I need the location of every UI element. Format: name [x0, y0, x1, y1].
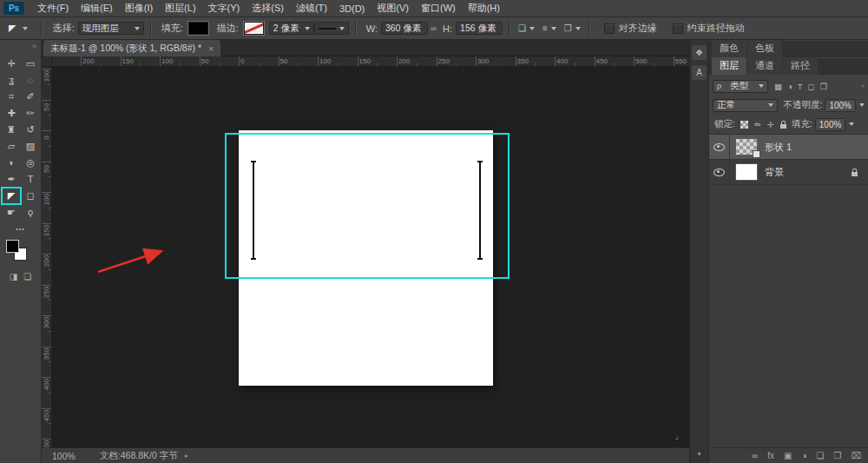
tool-preset-button[interactable]: ◤ [0, 23, 35, 34]
opacity-value[interactable]: 100% [825, 99, 856, 112]
stroke-color-swatch[interactable] [244, 22, 264, 35]
scroll-grip-icon[interactable]: ⌟ [674, 431, 679, 440]
more-tools-icon[interactable]: ••• [0, 226, 41, 232]
lock-pixels-icon[interactable]: ✏ [754, 120, 761, 129]
shape-selection-bounds[interactable] [225, 133, 510, 279]
menu-item[interactable]: 滤镜(T) [290, 0, 333, 17]
align-edges-checkbox[interactable]: 对齐边缘 [604, 22, 657, 35]
layer-thumbnail[interactable] [735, 138, 758, 155]
layer-name[interactable]: 背景 [765, 166, 784, 179]
shape-line-left[interactable] [253, 162, 254, 259]
filter-adjustment-layers-icon[interactable]: ◑ [787, 82, 792, 91]
healing-brush-tool[interactable]: ✚ [3, 106, 20, 121]
filter-type-dropdown[interactable]: ρ 类型 [713, 80, 768, 93]
filter-pixel-layers-icon[interactable]: ▦ [774, 82, 782, 91]
filter-smart-objects-icon[interactable]: ❐ [819, 82, 827, 91]
gradient-tool[interactable]: ▨ [22, 139, 39, 154]
stroke-type-dropdown[interactable] [314, 22, 349, 35]
collapsed-panel-icon[interactable]: ❖ [692, 45, 707, 60]
strip-collapse-icon[interactable]: ▾ [690, 450, 708, 458]
document-tab[interactable]: 未标题-1 @ 100% (形状 1, RGB/8#) * × [43, 40, 220, 56]
select-mode-dropdown[interactable]: 现用图层 [78, 22, 144, 35]
new-group-icon[interactable]: ❏ [817, 451, 825, 460]
tab-路径[interactable]: 路径 [783, 57, 818, 75]
link-layers-icon[interactable]: ∞ [752, 451, 758, 460]
layer-visibility-toggle[interactable] [709, 135, 730, 159]
zoom-tool[interactable]: ϙ [22, 205, 39, 220]
menu-item[interactable]: 图像(I) [119, 0, 159, 17]
crop-tool[interactable]: ⌗ [3, 89, 20, 104]
anchor-point[interactable] [251, 258, 256, 260]
foreground-color-swatch[interactable] [6, 240, 19, 253]
fill-color-swatch[interactable] [188, 22, 208, 35]
tab-通道[interactable]: 通道 [747, 57, 782, 75]
menu-item[interactable]: 3D(D) [333, 0, 371, 17]
shape-line-right[interactable] [479, 162, 481, 259]
filter-type-layers-icon[interactable]: T [798, 82, 803, 91]
new-layer-icon[interactable]: ❐ [834, 451, 842, 460]
type-tool[interactable]: T [22, 172, 39, 187]
add-layer-mask-icon[interactable]: ▣ [784, 451, 792, 460]
hand-tool[interactable]: ☛ [3, 205, 20, 220]
path-selection-tool[interactable]: ◤ [3, 189, 20, 203]
stroke-width-field[interactable]: 2 像素 [269, 22, 314, 35]
layer-row[interactable]: 形状 1 [709, 135, 868, 160]
ruler-origin-corner[interactable] [42, 56, 52, 67]
vertical-ruler[interactable]: 10050050100150200250300350400450500 [42, 67, 52, 447]
anchor-point[interactable] [477, 161, 483, 162]
blend-mode-dropdown[interactable]: 正常 [713, 99, 778, 112]
tab-色板[interactable]: 色板 [747, 40, 782, 57]
menu-item[interactable]: 选择(S) [246, 0, 290, 17]
filter-toggle-icon[interactable]: ▫ [862, 82, 865, 90]
anchor-point[interactable] [251, 161, 256, 162]
menu-item[interactable]: 文件(F) [31, 0, 75, 17]
brush-tool[interactable]: ✏ [22, 106, 39, 121]
menu-item[interactable]: 编辑(E) [75, 0, 119, 17]
anchor-point[interactable] [477, 258, 483, 260]
tab-图层[interactable]: 图层 [712, 57, 746, 75]
rectangle-tool[interactable]: ◻ [22, 189, 39, 203]
constrain-path-checkbox[interactable]: 约束路径拖动 [673, 22, 745, 35]
layer-thumbnail[interactable] [735, 163, 758, 181]
shape-height-field[interactable]: 156 像素 [456, 22, 503, 35]
delete-layer-icon[interactable]: ⌧ [851, 451, 861, 460]
link-dimensions-icon[interactable]: ∞ [431, 23, 437, 33]
lock-transparency-icon[interactable] [740, 121, 748, 129]
canvas-viewport[interactable]: ⌟ [52, 67, 689, 447]
quick-selection-tool[interactable]: ◌ [22, 73, 39, 88]
layer-style-icon[interactable]: fx [767, 451, 774, 460]
layer-name[interactable]: 形状 1 [765, 141, 792, 154]
quick-mask-icon[interactable]: ◨ [10, 272, 17, 281]
menu-item[interactable]: 视图(V) [371, 0, 415, 17]
dodge-tool[interactable]: ◎ [22, 155, 39, 170]
toolbar-collapse-icon[interactable]: » [0, 40, 41, 52]
collapsed-character-panel-icon[interactable]: A [692, 65, 707, 80]
shape-width-field[interactable]: 360 像素 [381, 22, 428, 35]
menu-item[interactable]: 窗口(W) [415, 0, 462, 17]
lock-position-icon[interactable]: ✛ [767, 120, 774, 129]
path-operations-button[interactable]: ❏ [518, 23, 535, 33]
eyedropper-tool[interactable]: ✐ [22, 89, 39, 104]
adjustment-layer-icon[interactable]: ◑ [801, 451, 806, 460]
status-flyout-icon[interactable]: ▸ [185, 452, 188, 460]
screen-mode-icon[interactable]: ❏ [23, 272, 31, 281]
menu-item[interactable]: 图层(L) [159, 0, 201, 17]
eraser-tool[interactable]: ▱ [3, 139, 20, 154]
path-alignment-button[interactable]: ≡ [542, 23, 556, 33]
lasso-tool[interactable]: ʓ [3, 73, 20, 88]
lock-all-icon[interactable] [780, 124, 786, 129]
filter-shape-layers-icon[interactable]: ◻ [808, 82, 815, 91]
tab-颜色[interactable]: 颜色 [712, 40, 746, 57]
history-brush-tool[interactable]: ↺ [22, 122, 39, 137]
fill-opacity-value[interactable]: 100% [815, 118, 846, 131]
move-tool[interactable]: ✛ [3, 56, 20, 71]
clone-stamp-tool[interactable]: ♜ [3, 122, 20, 137]
menu-item[interactable]: 文字(Y) [202, 0, 247, 17]
pen-tool[interactable]: ✒ [3, 172, 20, 187]
rectangular-marquee-tool[interactable]: ▭ [22, 56, 39, 71]
horizontal-ruler[interactable]: 2001501005005010015020025030035040045050… [52, 56, 689, 67]
close-document-icon[interactable]: × [208, 43, 214, 54]
layer-row[interactable]: 背景 [709, 160, 868, 185]
zoom-level-field[interactable]: 100% [52, 451, 76, 461]
menu-item[interactable]: 帮助(H) [462, 0, 506, 17]
